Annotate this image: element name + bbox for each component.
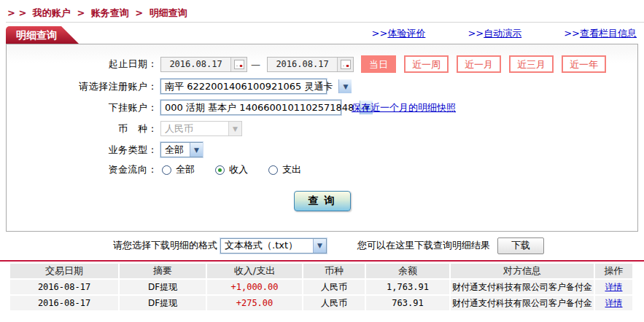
cell-summary: DF提现 bbox=[120, 280, 206, 294]
chevron-down-icon: ▼ bbox=[190, 143, 203, 157]
business-type-select[interactable]: 全部 ▼ bbox=[160, 142, 203, 157]
start-date-value[interactable]: 2016.08.17 bbox=[161, 59, 230, 69]
cell-counterparty: 财付通支付科技有限公司客户备付金 bbox=[451, 280, 594, 294]
breadcrumb-prefix: > > bbox=[7, 7, 26, 18]
register-account-row: 请选择注册账户： 南平 6222001406100921065 灵通卡 ▼ bbox=[7, 79, 637, 94]
breadcrumb-item-my-account[interactable]: 我的账户 bbox=[33, 7, 71, 18]
header-currency: 币种 bbox=[303, 264, 365, 278]
start-date-calendar-button[interactable] bbox=[230, 58, 247, 71]
divider bbox=[6, 22, 644, 23]
download-format-select[interactable]: 文本格式（.txt） ▼ bbox=[220, 238, 327, 254]
link-auto-demo[interactable]: >>自动演示 bbox=[468, 27, 521, 40]
cell-date: 2016-08-17 bbox=[10, 296, 118, 310]
quick-range-month-button[interactable]: 近一月 bbox=[457, 55, 501, 73]
fund-flow-option-expense-label: 支出 bbox=[282, 163, 301, 176]
fund-flow-option-expense[interactable]: 支出 bbox=[268, 163, 301, 176]
cell-summary: DF提现 bbox=[120, 296, 206, 310]
header-amount: 收入/支出 bbox=[207, 264, 302, 278]
sub-account-value: 000 活期 基本户 1406600101102571848 bbox=[165, 101, 360, 114]
fund-flow-option-income-label: 收入 bbox=[229, 163, 248, 176]
query-button[interactable]: 查 询 bbox=[294, 191, 351, 211]
query-form-panel: 起止日期： 2016.08.17 — 2016.08.17 当日 近一周 近一月… bbox=[6, 44, 638, 232]
cell-balance: 763.91 bbox=[366, 296, 449, 310]
business-type-label: 业务类型： bbox=[7, 144, 158, 157]
header-action: 操作 bbox=[595, 264, 632, 278]
detail-link[interactable]: 详情 bbox=[605, 282, 623, 292]
download-format-label: 请您选择下载明细的格式 bbox=[113, 239, 217, 252]
breadcrumb-item-detail-query[interactable]: 明细查询 bbox=[150, 7, 187, 18]
table-row: 2016-08-17 DF提现 +275.00 人民币 763.91 财付通支付… bbox=[10, 296, 634, 310]
cell-currency: 人民币 bbox=[303, 296, 365, 310]
currency-select: 人民币 ▼ bbox=[160, 121, 242, 136]
fund-flow-option-all[interactable]: 全部 bbox=[162, 163, 195, 176]
business-type-row: 业务类型： 全部 ▼ bbox=[7, 142, 637, 157]
quick-range-year-button[interactable]: 近一年 bbox=[562, 55, 606, 73]
header-date: 交易日期 bbox=[10, 264, 118, 278]
save-snapshot-link[interactable]: 保存近一个月的明细快照 bbox=[352, 101, 456, 114]
end-date-field[interactable]: 2016.08.17 bbox=[267, 57, 354, 72]
header-counterparty: 对方信息 bbox=[451, 264, 594, 278]
calendar-icon bbox=[341, 60, 351, 69]
cell-balance: 1,763.91 bbox=[366, 280, 449, 294]
download-button[interactable]: 下载 bbox=[497, 237, 544, 254]
end-date-calendar-button[interactable] bbox=[337, 58, 353, 71]
cell-amount: +1,000.00 bbox=[207, 280, 302, 294]
chevron-down-icon: ▼ bbox=[313, 239, 326, 253]
header-balance: 余额 bbox=[366, 264, 449, 278]
tab-bar: 明细查询 >>体验评价 >>自动演示 >>查看栏目信息 bbox=[6, 25, 638, 44]
fund-flow-label: 资金流向： bbox=[7, 163, 158, 176]
end-date-value[interactable]: 2016.08.17 bbox=[268, 59, 337, 69]
sub-account-select[interactable]: 000 活期 基本户 1406600101102571848 ▼ bbox=[160, 100, 341, 115]
quick-range-3month-button[interactable]: 近三月 bbox=[509, 55, 554, 73]
link-view-column-info[interactable]: >>查看栏目信息 bbox=[564, 27, 637, 40]
cell-currency: 人民币 bbox=[303, 280, 365, 294]
date-range-row: 起止日期： 2016.08.17 — 2016.08.17 当日 近一周 近一月… bbox=[7, 55, 637, 73]
radio-icon[interactable] bbox=[268, 165, 278, 175]
cell-amount: +275.00 bbox=[207, 296, 302, 310]
link-experience-review[interactable]: >>体验评价 bbox=[372, 27, 426, 40]
business-type-value: 全部 bbox=[165, 144, 190, 157]
fund-flow-row: 资金流向： 全部 收入 支出 bbox=[7, 163, 637, 176]
cell-action: 详情 bbox=[595, 280, 632, 294]
start-date-field[interactable]: 2016.08.17 bbox=[160, 57, 247, 72]
top-links: >>体验评价 >>自动演示 >>查看栏目信息 bbox=[330, 27, 637, 40]
chevron-down-icon: ▼ bbox=[228, 122, 241, 136]
radio-icon[interactable] bbox=[162, 165, 171, 175]
cell-action: 详情 bbox=[595, 296, 632, 310]
sub-account-label: 下挂账户： bbox=[7, 101, 158, 114]
query-button-row: 查 询 bbox=[7, 191, 637, 211]
detail-link[interactable]: 详情 bbox=[605, 298, 623, 308]
breadcrumb-item-account-query[interactable]: 账务查询 bbox=[91, 7, 129, 18]
breadcrumb-separator: > bbox=[77, 7, 85, 18]
fund-flow-option-all-label: 全部 bbox=[176, 163, 195, 176]
radio-checked-icon[interactable] bbox=[215, 165, 225, 175]
download-row: 请您选择下载明细的格式 文本格式（.txt） ▼ 您可以在这里下载查询明细结果 … bbox=[113, 237, 644, 254]
date-range-separator: — bbox=[251, 59, 260, 70]
breadcrumb-separator: > bbox=[135, 7, 143, 18]
calendar-icon bbox=[234, 60, 244, 69]
currency-label: 币 种： bbox=[7, 122, 158, 136]
quick-range-today-button[interactable]: 当日 bbox=[361, 55, 396, 73]
breadcrumb: > > 我的账户 > 账务查询 > 明细查询 bbox=[0, 0, 644, 22]
register-account-select[interactable]: 南平 6222001406100921065 灵通卡 ▼ bbox=[160, 79, 327, 94]
fund-flow-option-income[interactable]: 收入 bbox=[215, 163, 248, 176]
register-account-value: 南平 6222001406100921065 灵通卡 bbox=[165, 80, 338, 93]
results-table: 交易日期 摘要 收入/支出 币种 余额 对方信息 操作 2016-08-17 D… bbox=[10, 264, 634, 310]
currency-value: 人民币 bbox=[165, 122, 199, 136]
fund-flow-radio-group: 全部 收入 支出 bbox=[162, 163, 322, 176]
cell-counterparty: 财付通支付科技有限公司客户备付金 bbox=[451, 296, 594, 310]
quick-range-buttons: 当日 近一周 近一月 近三月 近一年 bbox=[361, 55, 614, 73]
register-account-label: 请选择注册账户： bbox=[7, 80, 158, 93]
download-format-value: 文本格式（.txt） bbox=[225, 239, 303, 252]
quick-range-week-button[interactable]: 近一周 bbox=[404, 55, 449, 73]
table-header-row: 交易日期 摘要 收入/支出 币种 余额 对方信息 操作 bbox=[10, 264, 634, 278]
table-top-divider bbox=[0, 260, 644, 262]
cell-date: 2016-08-17 bbox=[10, 280, 118, 294]
tab-detail-query[interactable]: 明细查询 bbox=[6, 26, 79, 44]
header-summary: 摘要 bbox=[120, 264, 206, 278]
chevron-down-icon: ▼ bbox=[338, 79, 352, 93]
download-hint: 您可以在这里下载查询明细结果 bbox=[357, 239, 490, 252]
sub-account-row: 下挂账户： 000 活期 基本户 1406600101102571848 ▼ 保… bbox=[7, 100, 637, 115]
currency-row: 币 种： 人民币 ▼ bbox=[7, 121, 637, 136]
table-row: 2016-08-17 DF提现 +1,000.00 人民币 1,763.91 财… bbox=[10, 280, 634, 294]
